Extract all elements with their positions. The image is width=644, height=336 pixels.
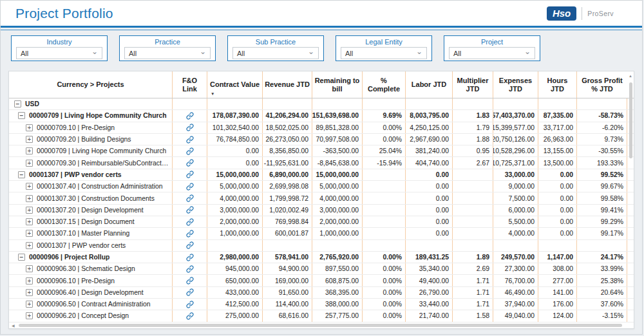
- fo-link-icon[interactable]: [173, 110, 207, 121]
- fo-link-icon[interactable]: [173, 134, 207, 145]
- row-name-cell: +00000709 | Living Hope Community Church: [9, 145, 173, 156]
- expand-toggle-icon[interactable]: +: [26, 207, 33, 214]
- vertical-scroll-thumb[interactable]: [629, 82, 632, 158]
- value-cell: 87,335.00: [538, 110, 577, 121]
- value-cell: 189,431.25: [406, 252, 453, 263]
- value-cell: -58.73%: [577, 110, 627, 121]
- expand-toggle-icon[interactable]: +: [26, 183, 33, 190]
- fo-link-icon[interactable]: [173, 205, 207, 216]
- fo-link-icon[interactable]: [173, 299, 207, 310]
- fo-link-icon[interactable]: [173, 275, 207, 286]
- value-cell: 91,650.00: [263, 287, 312, 298]
- collapse-toggle-icon[interactable]: −: [14, 100, 21, 107]
- column-header-hours-jtd[interactable]: Hours JTD: [538, 71, 577, 98]
- value-cell: 2,980,000.00: [207, 252, 263, 263]
- table-row: −00000709 | Living Hope Community Church…: [9, 110, 634, 122]
- fo-link-icon[interactable]: [173, 310, 207, 321]
- column-header-expenses-jtd[interactable]: Expenses JTD: [493, 71, 538, 98]
- expand-toggle-icon[interactable]: +: [26, 312, 33, 319]
- practice-dropdown[interactable]: All ⌄: [124, 47, 211, 59]
- column-header-projects[interactable]: Currency > Projects: [9, 71, 173, 98]
- table-row: +00001307 | PWP vendor certs: [9, 240, 634, 252]
- column-header-labor-jtd[interactable]: Labor JTD: [406, 71, 453, 98]
- fo-link-icon[interactable]: [173, 169, 207, 180]
- value-cell: [207, 240, 263, 251]
- column-header-contract-value[interactable]: Contract Value ▼: [207, 71, 263, 98]
- expand-toggle-icon[interactable]: +: [26, 195, 33, 202]
- value-cell: 8,356,850.00: [263, 145, 312, 156]
- value-cell: [453, 205, 493, 216]
- horizontal-scroll-thumb[interactable]: [19, 324, 622, 327]
- value-cell: 176.00: [538, 299, 577, 310]
- value-cell: 33,440.00: [406, 299, 453, 310]
- value-cell: 0.00: [538, 192, 577, 203]
- collapse-toggle-icon[interactable]: −: [18, 112, 25, 119]
- expand-toggle-icon[interactable]: +: [26, 230, 33, 237]
- value-cell: 0.00%: [363, 134, 406, 145]
- row-label: 00001307.10 | Master Planning: [37, 230, 129, 237]
- column-header-fo-link[interactable]: F&O Link: [173, 71, 207, 98]
- fo-link-icon[interactable]: [173, 181, 207, 192]
- fo-link-icon[interactable]: [173, 263, 207, 274]
- expand-toggle-icon[interactable]: +: [26, 124, 33, 131]
- scroll-up-icon[interactable]: ▲: [629, 74, 632, 78]
- row-name-cell: +00000709.30 | Reimbursable/SubContracto…: [9, 157, 173, 168]
- value-cell: 1.88: [453, 134, 493, 145]
- row-label: 00001307.20 | Design Development: [37, 207, 144, 214]
- value-cell: [363, 192, 406, 203]
- value-cell: 9.69%: [363, 110, 406, 121]
- expand-toggle-icon[interactable]: +: [26, 160, 33, 167]
- expand-toggle-icon[interactable]: +: [26, 136, 33, 143]
- expand-toggle-icon[interactable]: +: [26, 265, 33, 272]
- scroll-left-icon[interactable]: ◀: [12, 323, 15, 328]
- sub-practice-dropdown[interactable]: All ⌄: [232, 47, 319, 59]
- filter-label: Legal Entity: [336, 38, 431, 46]
- value-cell: -8,845,638.00: [312, 157, 363, 168]
- row-name-cell: +00000906.40 | Design Development: [9, 287, 173, 298]
- fo-link-icon[interactable]: [173, 145, 207, 156]
- expand-toggle-icon[interactable]: +: [26, 277, 33, 285]
- column-header-gross-profit[interactable]: Gross Profit % JTD: [577, 71, 627, 98]
- fo-link-icon[interactable]: [173, 157, 207, 168]
- fo-link-icon[interactable]: [173, 252, 207, 263]
- row-label: 00000709.30 | Reimbursable/SubContractor…: [37, 160, 169, 167]
- expand-toggle-icon[interactable]: +: [26, 218, 33, 225]
- horizontal-scrollbar[interactable]: ◀: [9, 322, 627, 328]
- value-cell: 99.67%: [577, 181, 627, 192]
- fo-link-icon[interactable]: [173, 122, 207, 133]
- fo-link-icon[interactable]: [173, 287, 207, 298]
- expand-toggle-icon[interactable]: +: [26, 147, 33, 154]
- value-cell: 3,000,000.00: [207, 205, 263, 216]
- fo-link-icon[interactable]: [173, 228, 207, 239]
- collapse-toggle-icon[interactable]: −: [18, 254, 25, 261]
- value-cell: 141.00: [538, 287, 577, 298]
- expand-toggle-icon[interactable]: +: [26, 289, 33, 296]
- industry-dropdown[interactable]: All ⌄: [16, 47, 102, 59]
- row-label: 00001307 | PWP vendor certs: [37, 242, 126, 249]
- column-header-pct-complete[interactable]: % Complete: [363, 71, 406, 98]
- value-cell: 10,528,296.00: [493, 145, 538, 156]
- value-cell: 1.89: [453, 252, 493, 263]
- column-header-multiplier-jtd[interactable]: Multiplier JTD: [453, 71, 493, 98]
- vertical-scrollbar[interactable]: ▲: [627, 71, 634, 322]
- expand-toggle-icon[interactable]: +: [26, 301, 33, 308]
- value-cell: [577, 98, 627, 109]
- value-cell: 1.83: [453, 110, 493, 121]
- value-cell: 4,000,000.00: [207, 192, 263, 203]
- value-cell: [363, 205, 406, 216]
- value-cell: [363, 228, 406, 239]
- value-cell: 33.99%: [577, 263, 627, 274]
- value-cell: 33,000.00: [493, 169, 538, 180]
- fo-link-icon[interactable]: [173, 216, 207, 227]
- column-header-remaining[interactable]: Remaining to bill: [312, 71, 363, 98]
- value-cell: 0.95: [453, 145, 493, 156]
- value-cell: [453, 98, 493, 109]
- row-label: USD: [25, 100, 39, 107]
- column-header-revenue-jtd[interactable]: Revenue JTD: [263, 71, 312, 98]
- collapse-toggle-icon[interactable]: −: [18, 171, 25, 178]
- expand-toggle-icon[interactable]: +: [26, 242, 33, 249]
- legal-entity-dropdown[interactable]: All ⌄: [341, 47, 427, 59]
- project-dropdown[interactable]: All ⌄: [449, 47, 535, 59]
- fo-link-icon[interactable]: [173, 192, 207, 203]
- fo-link-icon[interactable]: [173, 240, 207, 251]
